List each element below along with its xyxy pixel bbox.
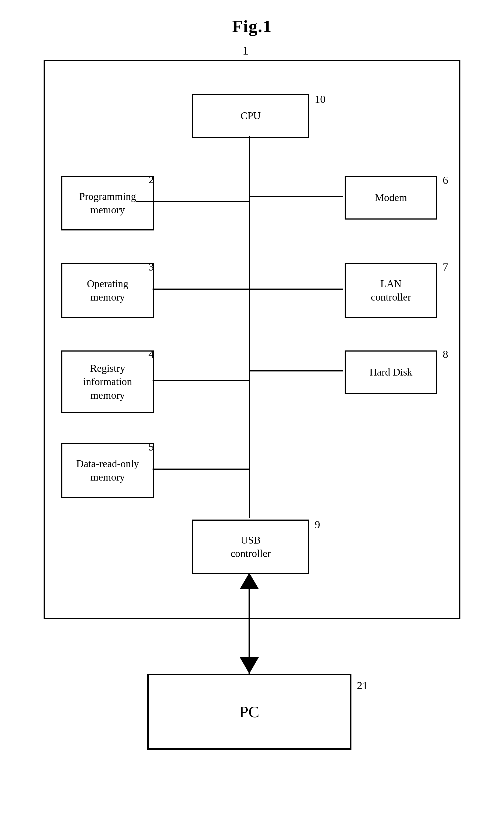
ref-usb: 9 — [315, 518, 320, 531]
pc-box: PC — [147, 674, 351, 750]
ref-op-mem: 3 — [148, 261, 154, 273]
svg-marker-11 — [240, 657, 259, 674]
label-main: 1 — [242, 44, 248, 57]
ref-data-mem: 5 — [148, 440, 154, 453]
hard-disk-box: Hard Disk — [345, 351, 437, 394]
main-container: CPU 10 Programming memory 2 Operating me… — [44, 60, 460, 619]
ref-pc: 21 — [357, 679, 368, 692]
ref-prog-mem: 2 — [148, 173, 154, 186]
ref-hard-disk: 8 — [443, 348, 448, 361]
usb-box: USB controller — [192, 519, 309, 574]
cpu-box: CPU — [192, 94, 309, 138]
lan-box: LAN controller — [345, 263, 437, 318]
page-title: Fig.1 — [0, 0, 504, 37]
reg-mem-box: Registry information memory — [61, 351, 154, 413]
ref-lan: 7 — [443, 261, 448, 273]
ref-cpu: 10 — [315, 93, 326, 105]
prog-mem-box: Programming memory — [61, 176, 154, 231]
ref-modem: 6 — [443, 174, 448, 186]
modem-box: Modem — [345, 176, 437, 220]
op-mem-box: Operating memory — [61, 263, 154, 318]
data-mem-box: Data-read-only memory — [61, 443, 154, 498]
ref-reg-mem: 4 — [148, 348, 154, 361]
